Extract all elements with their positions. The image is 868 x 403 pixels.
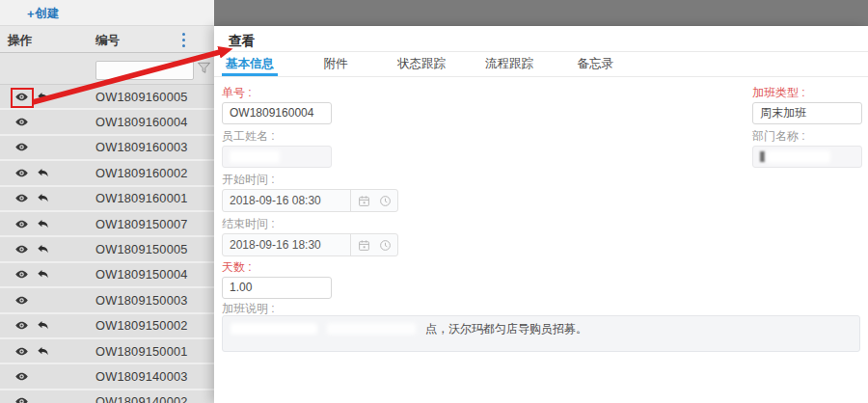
redacted-text [327,323,416,335]
view-drawer: 查看 基本信息 附件 状态跟踪 流程跟踪 备忘录 单号 : OW18091600… [214,26,868,403]
create-button[interactable]: + 创建 [27,6,60,22]
table-header: 操作 编号 [0,26,214,53]
employee-name-label: 员工姓名 : [222,129,332,143]
department-label: 部门名称 : [752,129,862,143]
order-no-input[interactable]: OW1809160004 [222,102,332,124]
table-row: OW1809150003 [0,288,214,313]
modal-mask [214,0,868,26]
field-overtime-type: 加班类型 : 周末加班 [752,86,862,124]
records-table: 操作 编号 OW1809160005 OW1809160004 OW180916… [0,26,214,403]
clock-icon [379,239,392,252]
table-row: OW1809150007 [0,212,214,237]
field-employee-name: 员工姓名 : [222,129,332,168]
create-button-label: 创建 [36,6,60,22]
column-header-code: 编号 [95,33,120,49]
revoke-icon[interactable] [37,268,49,281]
department-input[interactable] [752,146,862,168]
tab-process-tracking[interactable]: 流程跟踪 [481,52,537,76]
view-eye-icon[interactable] [15,243,28,255]
row-code: OW1809160003 [95,136,188,159]
view-eye-icon[interactable] [15,116,28,128]
description-label: 加班说明 : [222,302,275,315]
revoke-icon[interactable] [37,218,49,230]
table-row: OW1809140003 [0,364,214,390]
clock-icon [379,195,392,207]
divider [214,76,868,77]
table-row: OW1809140002 [0,390,214,403]
row-code: OW1809150001 [95,339,188,363]
row-code: OW1809150005 [95,237,188,260]
row-code: OW1809150002 [95,314,188,337]
end-time-input[interactable]: 2018-09-16 18:30 [222,233,398,256]
view-eye-icon[interactable] [15,319,28,332]
field-order-no: 单号 : OW1809160004 [222,86,332,124]
drawer-title: 查看 [229,33,255,50]
overtime-type-input[interactable]: 周末加班 [752,102,862,124]
filter-funnel-icon[interactable] [197,61,211,76]
field-department: 部门名称 : [752,129,862,168]
row-code: OW1809150003 [95,288,188,311]
table-row: OW1809160001 [0,187,214,212]
tab-basic-info[interactable]: 基本信息 [222,52,278,76]
employee-name-input[interactable] [222,146,332,168]
annotation-highlight-box [11,88,34,108]
tab-status-tracking[interactable]: 状态跟踪 [393,52,449,76]
start-time-value: 2018-09-16 08:30 [223,194,350,207]
view-eye-icon[interactable] [15,167,28,179]
view-eye-icon[interactable] [15,395,28,403]
view-eye-icon[interactable] [15,218,28,230]
plus-icon: + [27,7,35,21]
end-time-label: 结束时间 : [222,217,398,230]
view-eye-icon[interactable] [15,294,28,307]
revoke-icon[interactable] [37,167,49,179]
filter-row [0,53,214,85]
days-input[interactable]: 1.00 [222,277,332,299]
table-row: OW1809160004 [0,110,214,135]
view-eye-icon[interactable] [15,192,28,204]
tab-bar: 基本信息 附件 状态跟踪 流程跟踪 备忘录 [222,52,621,76]
row-code: OW1809140003 [95,364,188,388]
table-row: OW1809150001 [0,339,214,364]
row-code: OW1809150004 [95,263,188,286]
revoke-icon[interactable] [37,319,49,332]
start-time-label: 开始时间 : [222,173,398,186]
code-filter-input[interactable] [95,61,194,80]
datetime-icons [350,190,397,211]
redacted-text [760,151,765,162]
revoke-icon[interactable] [37,192,49,204]
revoke-icon[interactable] [37,91,49,103]
table-row: OW1809150004 [0,263,214,288]
table-body: OW1809160005 OW1809160004 OW1809160003 O… [0,85,214,403]
description-textarea[interactable]: 点，沃尔玛都匀店导购员招募。 [222,315,860,352]
calendar-icon [358,239,370,252]
tab-attachments[interactable]: 附件 [310,52,362,76]
redacted-text [767,150,830,163]
days-label: 天数 : [222,260,332,274]
revoke-icon[interactable] [37,345,49,358]
table-row: OW1809160003 [0,136,214,161]
row-code: OW1809160004 [95,110,188,133]
start-time-input[interactable]: 2018-09-16 08:30 [222,189,398,212]
table-row: OW1809150005 [0,237,214,262]
view-eye-icon[interactable] [15,141,28,153]
row-code: OW1809160002 [95,161,188,184]
description-visible-text: 点，沃尔玛都匀店导购员招募。 [425,321,587,337]
field-end-time: 结束时间 : 2018-09-16 18:30 [222,217,398,256]
end-time-value: 2018-09-16 18:30 [223,238,350,252]
column-menu-icon[interactable] [180,33,186,47]
row-code: OW1809140002 [95,390,188,403]
revoke-icon[interactable] [37,243,49,255]
order-no-label: 单号 : [222,86,332,99]
row-code: OW1809160005 [95,85,188,108]
view-eye-icon[interactable] [15,345,28,358]
field-days: 天数 : 1.00 [222,260,332,299]
tab-memo[interactable]: 备忘录 [569,52,621,76]
row-code: OW1809150007 [95,212,188,235]
datetime-icons [350,234,397,255]
view-eye-icon[interactable] [15,370,28,383]
view-eye-icon[interactable] [15,268,28,281]
row-code: OW1809160001 [95,187,188,210]
table-row: OW1809160002 [0,161,214,186]
field-start-time: 开始时间 : 2018-09-16 08:30 [222,173,398,212]
screen: + 创建 操作 编号 OW1809160005 OW1809 [0,0,868,403]
